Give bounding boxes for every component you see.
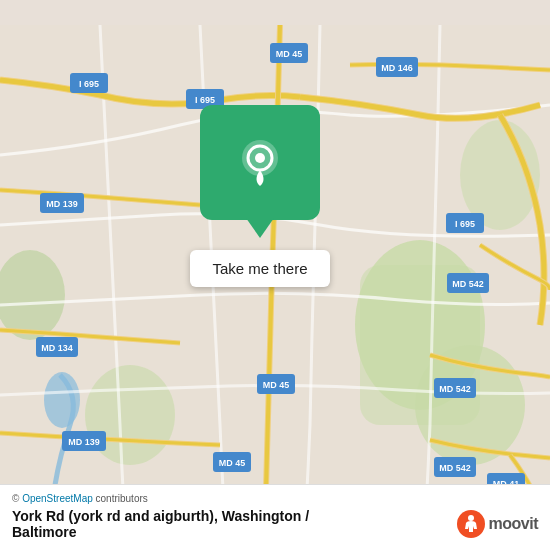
svg-text:MD 542: MD 542 (452, 279, 484, 289)
copyright-icon: © (12, 493, 19, 504)
location-pin-icon (233, 136, 287, 190)
moovit-brand-icon (457, 510, 485, 538)
location-popup: Take me there (155, 105, 365, 287)
svg-point-7 (44, 372, 80, 428)
svg-text:MD 542: MD 542 (439, 384, 471, 394)
location-title-bar: York Rd (york rd and aigburth), Washingt… (12, 508, 538, 540)
moovit-logo[interactable]: moovit (457, 510, 538, 538)
svg-point-40 (255, 153, 265, 163)
svg-text:MD 45: MD 45 (263, 380, 290, 390)
svg-text:MD 139: MD 139 (46, 199, 78, 209)
map-container: I 695 MD 45 MD 146 I 695 MD 139 I 695 MD… (0, 0, 550, 550)
moovit-brand-name: moovit (489, 515, 538, 533)
svg-text:MD 139: MD 139 (68, 437, 100, 447)
svg-text:MD 542: MD 542 (439, 463, 471, 473)
location-sub: Baltimore (12, 524, 77, 540)
location-name: York Rd (york rd and aigburth), Washingt… (12, 508, 309, 524)
take-me-there-button[interactable]: Take me there (190, 250, 329, 287)
svg-point-42 (468, 515, 474, 521)
svg-text:MD 45: MD 45 (276, 49, 303, 59)
svg-text:MD 146: MD 146 (381, 63, 413, 73)
location-text-block: York Rd (york rd and aigburth), Washingt… (12, 508, 309, 540)
svg-text:I 695: I 695 (455, 219, 475, 229)
osm-credit: © OpenStreetMap contributors (12, 493, 538, 504)
svg-text:MD 134: MD 134 (41, 343, 73, 353)
svg-text:I 695: I 695 (195, 95, 215, 105)
bottom-bar: © OpenStreetMap contributors York Rd (yo… (0, 484, 550, 550)
popup-bubble (200, 105, 320, 220)
svg-text:MD 45: MD 45 (219, 458, 246, 468)
osm-link[interactable]: OpenStreetMap (22, 493, 93, 504)
svg-text:I 695: I 695 (79, 79, 99, 89)
osm-suffix: contributors (96, 493, 148, 504)
